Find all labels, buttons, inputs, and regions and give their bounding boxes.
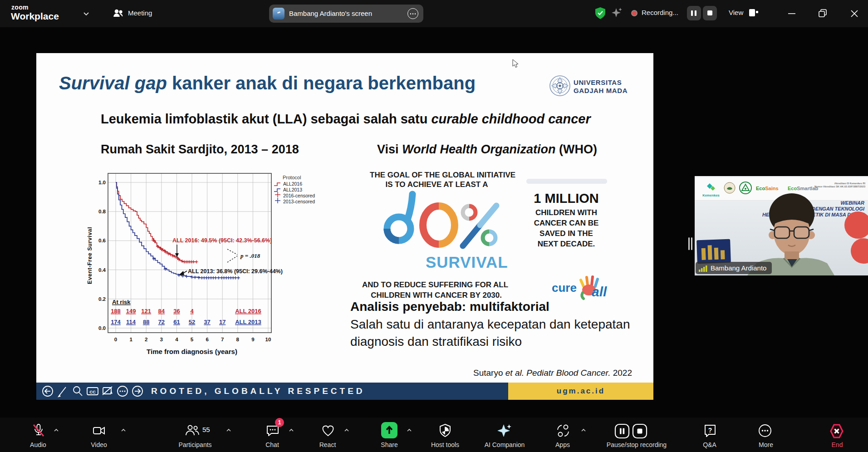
kemenkes-icon — [706, 182, 716, 193]
svg-text:10: 10 — [265, 337, 271, 342]
participants-button[interactable]: Participants — [168, 441, 222, 448]
previous-slide-icon[interactable] — [41, 384, 54, 398]
close-button[interactable] — [848, 8, 861, 20]
recording-status: Recording... — [642, 9, 678, 16]
svg-text:61: 61 — [173, 319, 180, 325]
participant-name-tag: Bambang Ardianto — [696, 262, 772, 274]
svg-text:37: 37 — [204, 319, 210, 325]
participants-icon[interactable] — [184, 423, 201, 438]
survival-label: SURVIVAL — [426, 253, 505, 271]
svg-text:174: 174 — [111, 319, 121, 325]
cureall-logo: cure all — [552, 273, 612, 302]
svg-text:3: 3 — [160, 337, 163, 342]
stop-recording-icon[interactable] — [632, 423, 648, 439]
qa-button[interactable]: Q&A — [687, 441, 732, 448]
svg-text:ALL 2013: 36.8% (95CI: 29.6%-4: ALL 2013: 36.8% (95CI: 29.6%-44%) — [188, 268, 283, 275]
sixty-percent-graphic — [383, 191, 501, 251]
audio-options-caret[interactable] — [54, 428, 59, 432]
more-icon[interactable] — [757, 423, 773, 438]
right-column-heading: Visi World Health Organization (WHO) — [377, 142, 597, 157]
end-meeting-icon[interactable] — [829, 423, 845, 439]
pause-stop-recording-button[interactable]: Pause/stop recording — [596, 441, 677, 448]
svg-text:ALL 2013: ALL 2013 — [235, 319, 261, 325]
react-heart-icon[interactable] — [320, 423, 336, 438]
end-button[interactable]: End — [822, 441, 852, 448]
view-button[interactable]: View — [729, 9, 743, 16]
shared-screen-tab-label: Bambang Ardianto's screen — [289, 10, 372, 17]
svg-text:cure: cure — [552, 281, 577, 295]
video-options-caret[interactable] — [121, 428, 126, 432]
ai-companion-icon[interactable] — [496, 423, 514, 439]
apps-icon[interactable] — [555, 423, 571, 438]
annotation-off-icon[interactable] — [101, 384, 114, 398]
video-camera-icon[interactable] — [92, 423, 107, 438]
qa-icon[interactable]: ? — [702, 423, 718, 438]
pause-recording-icon[interactable] — [614, 423, 630, 439]
svg-text:all: all — [592, 284, 607, 299]
svg-text:4: 4 — [190, 308, 194, 314]
host-tools-shield-icon[interactable] — [437, 423, 453, 438]
tab-meeting[interactable]: Meeting — [128, 9, 152, 17]
ai-sparkle-icon[interactable] — [611, 7, 623, 20]
host-tools-button[interactable]: Host tools — [418, 441, 472, 448]
participant-name: Bambang Ardianto — [711, 264, 766, 272]
chat-caret[interactable] — [289, 428, 294, 432]
pen-icon[interactable] — [56, 384, 69, 398]
svg-text:2: 2 — [145, 337, 147, 342]
pause-recording-button[interactable] — [687, 6, 701, 20]
svg-text:ALL2016: ALL2016 — [283, 181, 302, 187]
svg-text:72: 72 — [158, 319, 165, 325]
zoom-magnifier-icon[interactable] — [71, 384, 84, 398]
window-title-bar: zoom Workplace Meeting Bambang Ardianto'… — [0, 0, 868, 27]
ai-companion-button[interactable]: AI Companion — [477, 441, 532, 448]
react-button[interactable]: React — [305, 441, 350, 448]
tab-shared-screen[interactable]: Bambang Ardianto's screen — [269, 5, 423, 23]
svg-text:0.6: 0.6 — [98, 238, 106, 243]
svg-text:?: ? — [708, 427, 712, 434]
audio-button[interactable]: Audio — [15, 441, 61, 448]
share-button-label[interactable]: Share — [367, 441, 412, 448]
who-reduce-text: AND TO REDUCE SUFFERING FOR ALL CHILDREN… — [362, 280, 502, 300]
next-slide-icon[interactable] — [131, 384, 144, 398]
annotation-toolbar[interactable]: CC — [38, 383, 148, 399]
security-shield-icon[interactable] — [594, 7, 606, 20]
svg-text:0.4: 0.4 — [98, 267, 106, 273]
apps-caret[interactable] — [581, 428, 586, 432]
react-caret[interactable] — [344, 428, 349, 432]
svg-text:Protocol: Protocol — [283, 175, 301, 180]
svg-text:17: 17 — [219, 319, 226, 325]
microphone-muted-icon[interactable] — [31, 423, 46, 438]
red-balloons — [844, 211, 868, 266]
closed-captions-icon[interactable]: CC — [86, 384, 99, 398]
restore-button[interactable] — [816, 8, 829, 20]
layout-view-icon[interactable] — [749, 9, 759, 18]
ugm-logo-text: UNIVERSITAS GADJAH MADA — [574, 79, 628, 95]
svg-text:2013-censored: 2013-censored — [283, 199, 315, 204]
share-screen-button[interactable] — [381, 422, 397, 438]
kemenkes-label: Kemenkes — [698, 193, 724, 197]
chat-button[interactable]: Chat — [250, 441, 295, 448]
svg-text:121: 121 — [141, 308, 151, 314]
participant-video-tile[interactable]: Kemenkes EcoSains EcoSmartlab Akreditasi… — [695, 176, 868, 275]
svg-text:188: 188 — [111, 308, 121, 314]
recording-dot-icon — [631, 10, 638, 16]
video-button[interactable]: Video — [76, 441, 122, 448]
share-caret[interactable] — [407, 428, 412, 432]
people-icon — [113, 8, 124, 20]
svg-text:ALL2013: ALL2013 — [283, 187, 302, 192]
apps-button[interactable]: Apps — [540, 441, 585, 448]
svg-text:CC: CC — [89, 389, 96, 394]
chevron-down-icon[interactable] — [83, 12, 89, 16]
participants-count: 55 — [202, 426, 210, 433]
svg-text:0.0: 0.0 — [98, 325, 106, 331]
divider — [526, 179, 607, 184]
more-button[interactable]: More — [743, 441, 789, 448]
tab-options-icon[interactable] — [407, 8, 418, 19]
more-options-icon[interactable] — [116, 384, 129, 398]
university-round-icon — [724, 182, 736, 194]
stop-recording-button[interactable] — [703, 6, 717, 20]
workplace-logo: Workplace — [11, 11, 59, 22]
left-column-heading: Rumah Sakit Sardjito, 2013 – 2018 — [101, 142, 299, 157]
participants-caret[interactable] — [226, 428, 231, 432]
minimize-button[interactable] — [785, 8, 799, 20]
